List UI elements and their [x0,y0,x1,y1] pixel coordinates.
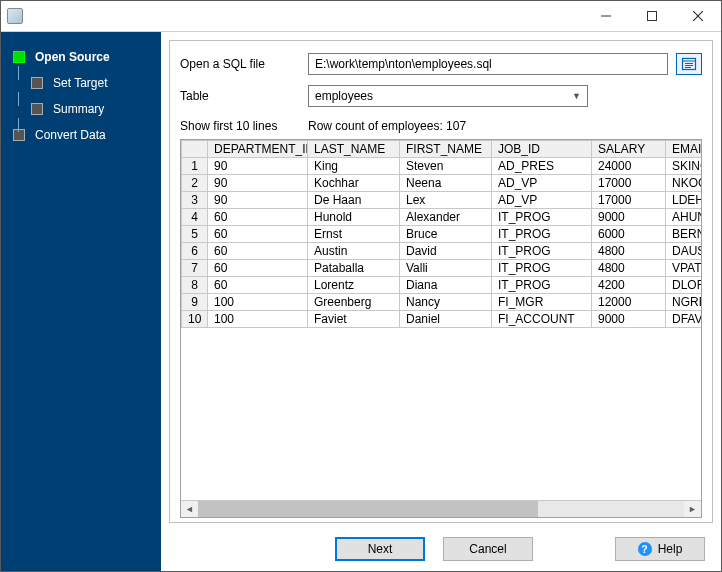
cell[interactable]: LDEHAAN [666,192,702,209]
cell[interactable]: BERNST [666,226,702,243]
cell[interactable]: Steven [400,158,492,175]
row-number: 6 [182,243,208,260]
cell[interactable]: 24000 [592,158,666,175]
wizard-step-convert-data[interactable]: Convert Data [1,124,161,146]
row-number: 7 [182,260,208,277]
cell[interactable]: DAUSTIN [666,243,702,260]
maximize-button[interactable] [629,1,675,32]
scroll-left-arrow[interactable]: ◄ [181,501,198,518]
titlebar [1,1,721,32]
cell[interactable]: NGREENBE [666,294,702,311]
column-header[interactable]: LAST_NAME [308,141,400,158]
cell[interactable]: 60 [208,226,308,243]
table-row[interactable]: 460HunoldAlexanderIT_PROG9000AHUNOLD [182,209,702,226]
table-row[interactable]: 10100FavietDanielFI_ACCOUNT9000DFAVIET [182,311,702,328]
column-header[interactable]: DEPARTMENT_ID [208,141,308,158]
cell[interactable]: IT_PROG [492,243,592,260]
sql-file-input[interactable] [308,53,668,75]
cell[interactable]: 6000 [592,226,666,243]
cell[interactable]: David [400,243,492,260]
cell[interactable]: Diana [400,277,492,294]
cell[interactable]: 12000 [592,294,666,311]
column-header[interactable]: JOB_ID [492,141,592,158]
cell[interactable]: DFAVIET [666,311,702,328]
cell[interactable]: 4800 [592,260,666,277]
wizard-step-summary[interactable]: Summary [1,98,161,120]
cell[interactable]: 9000 [592,311,666,328]
cell[interactable]: Greenberg [308,294,400,311]
cell[interactable]: SKING [666,158,702,175]
chevron-down-icon: ▼ [572,91,581,101]
cell[interactable]: FI_ACCOUNT [492,311,592,328]
cell[interactable]: Ernst [308,226,400,243]
cell[interactable]: Kochhar [308,175,400,192]
browse-file-button[interactable] [676,53,702,75]
minimize-button[interactable] [583,1,629,32]
cell[interactable]: Hunold [308,209,400,226]
cell[interactable]: Daniel [400,311,492,328]
cell[interactable]: Valli [400,260,492,277]
cell[interactable]: Lex [400,192,492,209]
cell[interactable]: 60 [208,260,308,277]
table-row[interactable]: 560ErnstBruceIT_PROG6000BERNST [182,226,702,243]
cell[interactable]: De Haan [308,192,400,209]
cell[interactable]: 90 [208,175,308,192]
app-icon [7,8,23,24]
cell[interactable]: Austin [308,243,400,260]
cell[interactable]: Lorentz [308,277,400,294]
column-header[interactable]: FIRST_NAME [400,141,492,158]
table-row[interactable]: 290KochharNeenaAD_VP17000NKOCHHAR [182,175,702,192]
cell[interactable]: 17000 [592,192,666,209]
cell[interactable]: VPATABAL [666,260,702,277]
cell[interactable]: Neena [400,175,492,192]
cell[interactable]: 17000 [592,175,666,192]
cell[interactable]: IT_PROG [492,277,592,294]
table-select[interactable]: employees ▼ [308,85,588,107]
cell[interactable]: King [308,158,400,175]
cell[interactable]: FI_MGR [492,294,592,311]
cell[interactable]: DLORENTZ [666,277,702,294]
scroll-right-arrow[interactable]: ► [684,501,701,518]
cell[interactable]: AD_VP [492,192,592,209]
table-row[interactable]: 760PataballaValliIT_PROG4800VPATABAL [182,260,702,277]
cell[interactable]: 60 [208,209,308,226]
cell[interactable]: 100 [208,311,308,328]
cell[interactable]: 90 [208,158,308,175]
cell[interactable]: 100 [208,294,308,311]
cell[interactable]: 4200 [592,277,666,294]
cell[interactable]: 60 [208,277,308,294]
wizard-step-set-target[interactable]: Set Target [1,72,161,94]
cell[interactable]: 4800 [592,243,666,260]
cell[interactable]: 90 [208,192,308,209]
cell[interactable]: NKOCHHAR [666,175,702,192]
close-button[interactable] [675,1,721,32]
cell[interactable]: IT_PROG [492,209,592,226]
cell[interactable]: Pataballa [308,260,400,277]
wizard-step-open-source[interactable]: Open Source [1,46,161,68]
cell[interactable]: Bruce [400,226,492,243]
cell[interactable]: AD_VP [492,175,592,192]
table-row[interactable]: 860LorentzDianaIT_PROG4200DLORENTZ [182,277,702,294]
table-row[interactable]: 390De HaanLexAD_VP17000LDEHAAN [182,192,702,209]
cancel-button[interactable]: Cancel [443,537,533,561]
scroll-thumb[interactable] [198,501,538,518]
cell[interactable]: AD_PRES [492,158,592,175]
help-button[interactable]: ? Help [615,537,705,561]
cell[interactable]: AHUNOLD [666,209,702,226]
table-row[interactable]: 660AustinDavidIT_PROG4800DAUSTIN [182,243,702,260]
cell[interactable]: Nancy [400,294,492,311]
horizontal-scrollbar[interactable]: ◄ ► [181,500,701,517]
cell[interactable]: Faviet [308,311,400,328]
cell[interactable]: IT_PROG [492,226,592,243]
next-button[interactable]: Next [335,537,425,561]
cell[interactable]: Alexander [400,209,492,226]
cell[interactable]: IT_PROG [492,260,592,277]
table-row[interactable]: 190KingStevenAD_PRES24000SKING [182,158,702,175]
file-label: Open a SQL file [180,57,308,71]
cell[interactable]: 9000 [592,209,666,226]
step-label: Summary [53,102,104,116]
cell[interactable]: 60 [208,243,308,260]
column-header[interactable]: EMAIL [666,141,702,158]
column-header[interactable]: SALARY [592,141,666,158]
table-row[interactable]: 9100GreenbergNancyFI_MGR12000NGREENBE [182,294,702,311]
